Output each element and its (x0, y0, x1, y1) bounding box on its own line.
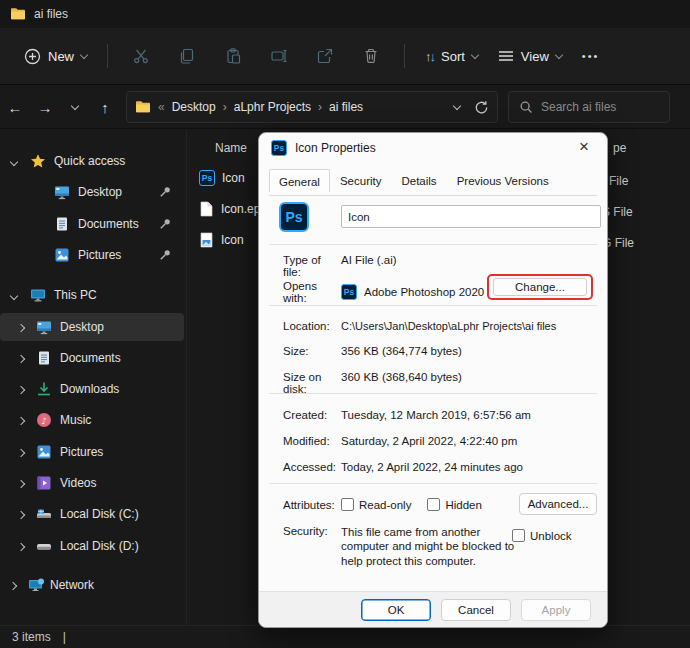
file-row-3[interactable]: Icon (199, 232, 244, 248)
breadcrumb-ai-files[interactable]: ai files (329, 100, 363, 114)
sidebar-item-pictures-pc[interactable]: Pictures (0, 438, 184, 466)
name-column-header[interactable]: Name (215, 141, 247, 155)
breadcrumb-desktop[interactable]: Desktop (172, 100, 216, 114)
disk-c-icon (36, 506, 52, 522)
tab-details[interactable]: Details (391, 170, 446, 191)
sidebar-item-documents-qa[interactable]: Documents (0, 210, 184, 238)
sort-button[interactable]: ↑↓ Sort (415, 43, 488, 70)
change-button[interactable]: Change... (493, 278, 587, 296)
breadcrumb-alphr-projects[interactable]: aLphr Projects (234, 100, 311, 114)
search-input[interactable] (541, 100, 651, 114)
file-name-input[interactable] (341, 205, 601, 228)
sidebar-item-local-disk-c[interactable]: Local Disk (C:) (0, 500, 184, 528)
star-icon (30, 153, 46, 169)
chevron-right-icon[interactable] (17, 543, 25, 551)
location-row: Location: C:\Users\Jan\Desktop\aLphr Pro… (283, 320, 597, 332)
chevron-right-icon[interactable] (17, 324, 25, 332)
chevron-down-icon (471, 50, 479, 58)
paste-button[interactable] (210, 47, 256, 65)
type-of-file-label: Type of file: (283, 254, 341, 278)
read-only-checkbox[interactable] (341, 498, 354, 511)
trash-icon (362, 47, 380, 65)
chevron-down-icon[interactable] (10, 292, 18, 300)
type-column-header[interactable]: pe (613, 141, 626, 155)
share-button[interactable] (302, 47, 348, 65)
unblock-label: Unblock (530, 530, 572, 542)
search-box[interactable] (508, 91, 670, 123)
tab-previous-versions[interactable]: Previous Versions (447, 170, 559, 191)
chevron-right-icon[interactable] (17, 480, 25, 488)
cancel-button[interactable]: Cancel (441, 599, 511, 621)
refresh-icon[interactable] (474, 100, 489, 115)
rename-button[interactable] (256, 47, 302, 65)
unblock-checkbox[interactable] (512, 529, 525, 542)
cut-button[interactable] (118, 47, 164, 65)
size-label: Size: (283, 345, 341, 357)
sidebar-item-desktop-qa[interactable]: Desktop (0, 178, 184, 206)
downloads-icon (36, 381, 52, 397)
tab-security[interactable]: Security (330, 170, 392, 191)
ellipsis-icon: ••• (582, 50, 600, 62)
sidebar-item-downloads[interactable]: Downloads (0, 375, 184, 403)
quick-access-label: Quick access (54, 154, 125, 168)
videos-icon (36, 475, 52, 491)
sidebar-section-quick-access[interactable]: Quick access (0, 147, 184, 175)
file-row-1[interactable]: Ps Icon (199, 170, 245, 186)
rename-icon (270, 47, 288, 65)
address-dropdown-icon[interactable] (453, 101, 461, 109)
ok-button[interactable]: OK (361, 599, 431, 621)
pin-icon (159, 248, 172, 261)
delete-button[interactable] (348, 47, 394, 65)
unblock-control: Unblock (512, 529, 572, 542)
plus-circle-icon (24, 48, 41, 65)
sidebar-section-this-pc[interactable]: This PC (0, 281, 184, 309)
this-pc-icon (30, 287, 46, 303)
title-bar: ai files (0, 0, 690, 28)
chevron-down-icon[interactable] (10, 158, 18, 166)
chevron-down-icon (80, 50, 88, 58)
sidebar-item-local-disk-d[interactable]: Local Disk (D:) (0, 532, 184, 560)
advanced-button[interactable]: Advanced... (519, 493, 597, 515)
see-more-button[interactable]: ••• (572, 44, 610, 68)
new-button[interactable]: New (14, 42, 97, 71)
folder-icon (10, 6, 26, 22)
size-value: 356 KB (364,774 bytes) (341, 345, 462, 357)
breadcrumb-overflow-icon[interactable]: « (158, 100, 165, 114)
network-label: Network (50, 578, 94, 592)
chevron-right-icon[interactable] (17, 355, 25, 363)
sidebar-item-desktop-pc[interactable]: Desktop (0, 313, 184, 341)
sidebar-item-label: Local Disk (D:) (60, 539, 139, 553)
status-bar: 3 items | (0, 625, 690, 648)
sidebar-item-label: Videos (60, 476, 96, 490)
apply-button[interactable]: Apply (521, 599, 591, 621)
security-label: Security: (283, 525, 341, 537)
file-row-2[interactable]: Icon.ep (199, 201, 260, 217)
location-label: Location: (283, 320, 341, 332)
sidebar-item-videos[interactable]: Videos (0, 469, 184, 497)
desktop-icon (36, 319, 52, 335)
copy-button[interactable] (164, 47, 210, 65)
tab-general[interactable]: General (269, 169, 330, 192)
music-icon: ♪ (36, 412, 52, 428)
hidden-checkbox[interactable] (427, 498, 440, 511)
dialog-footer: OK Cancel Apply (259, 591, 607, 627)
chevron-right-icon[interactable] (9, 582, 17, 590)
dialog-title-bar: Ps Icon Properties (259, 133, 607, 163)
chevron-right-icon[interactable] (17, 449, 25, 457)
chevron-right-icon[interactable] (17, 386, 25, 394)
chevron-right-icon[interactable] (17, 511, 25, 519)
new-button-label: New (48, 49, 74, 64)
back-button[interactable]: ← (0, 99, 30, 116)
address-bar[interactable]: « Desktop › aLphr Projects › ai files (126, 91, 498, 123)
sidebar-item-music[interactable]: ♪ Music (0, 406, 184, 434)
chevron-right-icon[interactable] (17, 417, 25, 425)
view-button[interactable]: View (488, 43, 572, 70)
separator (269, 305, 597, 306)
sidebar-section-network[interactable]: Network (0, 571, 184, 599)
sidebar-item-documents-pc[interactable]: Documents (0, 344, 184, 372)
sidebar-item-pictures-qa[interactable]: Pictures (0, 241, 184, 269)
dialog-close-button[interactable]: × (573, 137, 595, 157)
recent-locations-button[interactable] (60, 106, 90, 109)
up-button[interactable]: ↑ (90, 99, 120, 116)
forward-button[interactable]: → (30, 99, 60, 116)
